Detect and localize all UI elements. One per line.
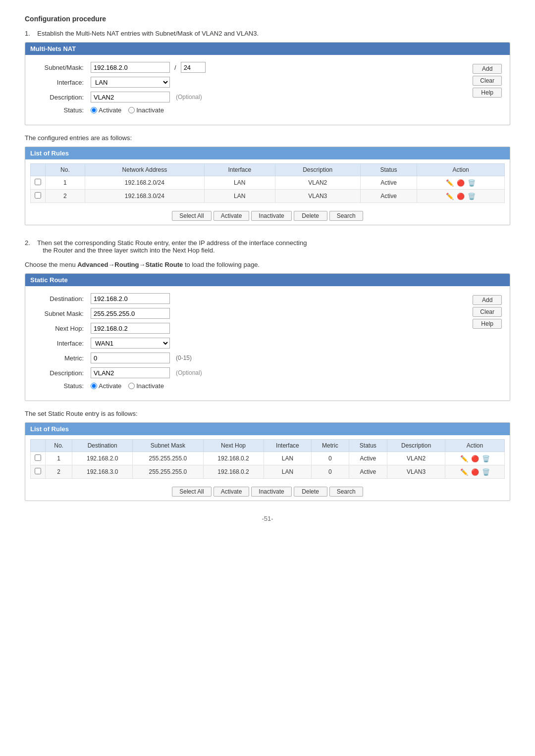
static-col-mask: Subnet Mask bbox=[133, 440, 203, 452]
static-col-no: No. bbox=[46, 440, 72, 452]
table-row: 2 192.168.3.0 255.255.255.0 192.168.0.2 … bbox=[31, 465, 505, 479]
sr-interface-row: Interface: WAN1 bbox=[33, 338, 463, 349]
row-checkbox[interactable] bbox=[35, 468, 41, 474]
nat-table-wrap: No. Network Address Interface Descriptio… bbox=[25, 159, 510, 207]
metric-input[interactable] bbox=[91, 353, 170, 363]
sr-inactivate-radio-label[interactable]: Inactivate bbox=[128, 382, 164, 390]
destination-input[interactable] bbox=[91, 293, 170, 304]
nat-clear-button[interactable]: Clear bbox=[473, 76, 502, 86]
nat-add-button[interactable]: Add bbox=[473, 64, 502, 74]
edit-icon[interactable]: ✏️ bbox=[460, 467, 469, 476]
sr-clear-button[interactable]: Clear bbox=[473, 307, 502, 317]
delete-icon[interactable]: 🗑️ bbox=[467, 192, 476, 201]
nat-select-all-button[interactable]: Select All bbox=[172, 211, 211, 221]
delete-icon[interactable]: 🗑️ bbox=[482, 467, 490, 476]
multi-nat-form: Subnet/Mask: / Interface: LAN Descriptio… bbox=[33, 62, 463, 118]
row-action: ✏️ 🔴 🗑️ bbox=[417, 176, 505, 190]
row-checkbox-cell[interactable] bbox=[31, 190, 46, 203]
activate-radio-label[interactable]: Activate bbox=[91, 106, 121, 114]
inactivate-radio[interactable] bbox=[128, 107, 135, 113]
row-checkbox[interactable] bbox=[35, 454, 41, 461]
nat-list-panel: List of Rules No. Network Address Interf… bbox=[25, 147, 510, 225]
static-activate-button[interactable]: Activate bbox=[214, 487, 250, 497]
nat-activate-button[interactable]: Activate bbox=[214, 211, 250, 221]
next-hop-label: Next Hop: bbox=[33, 325, 88, 332]
interface-select[interactable]: LAN bbox=[91, 77, 170, 88]
subnet-mask-label: Subnet Mask: bbox=[33, 310, 88, 317]
static-table-wrap: No. Destination Subnet Mask Next Hop Int… bbox=[25, 435, 510, 483]
sr-inactivate-radio[interactable] bbox=[128, 383, 135, 389]
static-table: No. Destination Subnet Mask Next Hop Int… bbox=[30, 439, 505, 479]
inactivate-radio-label[interactable]: Inactivate bbox=[128, 106, 164, 114]
nat-col-interface: Interface bbox=[204, 164, 275, 176]
mask-input[interactable] bbox=[181, 62, 206, 73]
row-next-hop: 192.168.0.2 bbox=[203, 452, 264, 465]
static-route-form: Destination: Subnet Mask: Next Hop: Inte… bbox=[33, 293, 463, 394]
delete-icon[interactable]: 🗑️ bbox=[467, 178, 476, 187]
nat-list-header: List of Rules bbox=[25, 147, 510, 159]
destination-label: Destination: bbox=[33, 295, 88, 302]
row-action: ✏️ 🔴 🗑️ bbox=[417, 190, 505, 203]
sr-help-button[interactable]: Help bbox=[473, 319, 502, 329]
nat-delete-button[interactable]: Delete bbox=[294, 211, 327, 221]
nat-col-description: Description bbox=[275, 164, 360, 176]
nat-help-button[interactable]: Help bbox=[473, 88, 502, 98]
sr-inactivate-label: Inactivate bbox=[136, 382, 164, 390]
nat-col-status: Status bbox=[360, 164, 417, 176]
activate-label: Activate bbox=[99, 106, 121, 114]
row-checkbox-cell[interactable] bbox=[31, 176, 46, 190]
next-hop-input[interactable] bbox=[91, 323, 170, 334]
disable-icon[interactable]: 🔴 bbox=[456, 192, 465, 201]
description-input[interactable] bbox=[91, 92, 170, 102]
subnet-mask-input[interactable] bbox=[91, 308, 170, 319]
sr-optional-text: (Optional) bbox=[176, 369, 202, 376]
row-checkbox[interactable] bbox=[35, 192, 41, 199]
row-status: Active bbox=[360, 176, 417, 190]
static-list-note: The set Static Route entry is as follows… bbox=[25, 410, 510, 417]
nat-list-note: The configured entries are as follows: bbox=[25, 134, 510, 142]
disable-icon[interactable]: 🔴 bbox=[471, 454, 480, 463]
step2-text: 2. Then set the corresponding Static Rou… bbox=[25, 239, 510, 254]
nat-inactivate-button[interactable]: Inactivate bbox=[251, 211, 291, 221]
subnet-input[interactable] bbox=[91, 62, 170, 73]
row-subnet-mask: 255.255.255.0 bbox=[133, 452, 203, 465]
sr-description-label: Description: bbox=[33, 369, 88, 377]
row-subnet-mask: 255.255.255.0 bbox=[133, 465, 203, 479]
disable-icon[interactable]: 🔴 bbox=[471, 467, 480, 476]
sr-interface-select[interactable]: WAN1 bbox=[91, 338, 170, 349]
row-interface: LAN bbox=[264, 465, 312, 479]
row-interface: LAN bbox=[204, 176, 275, 190]
row-checkbox-cell[interactable] bbox=[31, 465, 46, 479]
sr-description-input[interactable] bbox=[91, 367, 170, 378]
edit-icon[interactable]: ✏️ bbox=[460, 454, 469, 463]
row-action: ✏️ 🔴 🗑️ bbox=[445, 465, 505, 479]
static-select-all-button[interactable]: Select All bbox=[172, 487, 211, 497]
nat-table: No. Network Address Interface Descriptio… bbox=[30, 163, 505, 203]
nat-search-button[interactable]: Search bbox=[329, 211, 363, 221]
activate-radio[interactable] bbox=[91, 107, 97, 113]
row-description: VLAN3 bbox=[275, 190, 360, 203]
edit-icon[interactable]: ✏️ bbox=[445, 178, 454, 187]
static-search-button[interactable]: Search bbox=[329, 487, 363, 497]
nat-action-buttons: Add Clear Help bbox=[473, 62, 502, 118]
row-no: 1 bbox=[46, 452, 72, 465]
static-col-check bbox=[31, 440, 46, 452]
sr-activate-radio-label[interactable]: Activate bbox=[91, 382, 121, 390]
sr-add-button[interactable]: Add bbox=[473, 295, 502, 305]
next-hop-row: Next Hop: bbox=[33, 323, 463, 334]
menu-note: Choose the menu Advanced→Routing→Static … bbox=[25, 261, 510, 268]
row-next-hop: 192.168.0.2 bbox=[203, 465, 264, 479]
static-inactivate-button[interactable]: Inactivate bbox=[251, 487, 291, 497]
static-delete-button[interactable]: Delete bbox=[294, 487, 327, 497]
description-row: Description: (Optional) bbox=[33, 92, 463, 102]
edit-icon[interactable]: ✏️ bbox=[445, 192, 454, 201]
disable-icon[interactable]: 🔴 bbox=[456, 178, 465, 187]
sr-activate-radio[interactable] bbox=[91, 383, 97, 389]
static-col-iface: Interface bbox=[264, 440, 312, 452]
static-col-dest: Destination bbox=[72, 440, 133, 452]
row-checkbox[interactable] bbox=[35, 179, 41, 185]
delete-icon[interactable]: 🗑️ bbox=[482, 454, 490, 463]
sr-interface-label: Interface: bbox=[33, 340, 88, 347]
row-metric: 0 bbox=[312, 465, 349, 479]
row-checkbox-cell[interactable] bbox=[31, 452, 46, 465]
